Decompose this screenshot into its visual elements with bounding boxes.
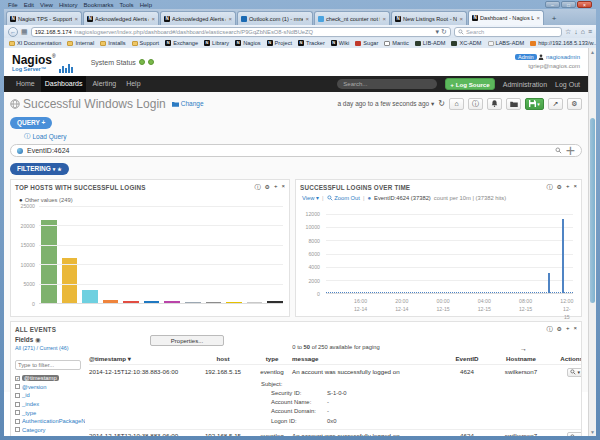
filtering-button[interactable]: FILTERING ▾ ★ <box>10 163 69 175</box>
view-link[interactable]: View ▾ <box>302 195 319 201</box>
status-ok-icon[interactable] <box>139 59 145 65</box>
scrollbar-thumb[interactable] <box>590 118 595 303</box>
bar-host-1[interactable] <box>41 220 57 303</box>
bar-host-9[interactable] <box>206 302 222 303</box>
bookmark-item[interactable]: Sugar <box>355 40 378 46</box>
panel-info-icon[interactable]: ⓘ <box>255 183 261 192</box>
browser-tab[interactable]: NAcknowledged Alerts & Is...× <box>83 11 159 25</box>
menu-icon[interactable]: ≡ <box>588 28 592 35</box>
bookmark-item[interactable]: XC-ADM <box>451 40 481 46</box>
field-item[interactable]: Category <box>15 426 85 435</box>
bookmark-star-icon[interactable]: ☆ <box>565 28 571 35</box>
column-header-message[interactable]: message <box>292 355 442 362</box>
bar-host-7[interactable] <box>164 301 180 303</box>
tab-close-icon[interactable]: × <box>151 16 155 22</box>
bar-host-12[interactable] <box>267 301 283 303</box>
new-tab-button[interactable]: + <box>547 13 561 25</box>
browser-search-box[interactable]: Search <box>454 27 562 37</box>
table-row[interactable]: 2014-12-15T12:10:38.883-06:00192.168.5.1… <box>89 364 582 379</box>
panel-info-icon[interactable]: ⓘ <box>547 325 553 334</box>
bar-host-8[interactable] <box>185 302 201 303</box>
time-range-selector[interactable]: a day ago to a few seconds ago ▾ <box>337 100 434 108</box>
maximize-button[interactable]: □ <box>561 1 576 8</box>
bookmark-item[interactable]: NTracker <box>298 40 325 46</box>
field-checkbox[interactable] <box>15 402 20 407</box>
change-dashboard-link[interactable]: Change <box>172 100 204 107</box>
nav-administration[interactable]: Administration <box>503 81 547 88</box>
all-current-links[interactable]: All (271) / Current (46) <box>15 345 85 351</box>
nav-item-home[interactable]: Home <box>12 76 39 92</box>
panel-move-icon[interactable]: + <box>566 183 570 192</box>
fields-toggle-icon[interactable]: ◉ <box>35 336 41 343</box>
alerts-bell-button[interactable] <box>487 98 502 110</box>
app-search-input[interactable]: Search... <box>337 79 437 89</box>
nagios-logo[interactable]: Nagios® Log Server™ <box>12 51 73 73</box>
panel-move-icon[interactable]: + <box>274 183 278 192</box>
share-dashboard-button[interactable]: ↗ <box>548 98 563 110</box>
search-icon[interactable] <box>555 147 562 154</box>
log-source-button[interactable]: + Log Source <box>445 78 494 90</box>
bookmark-item[interactable]: NWiki <box>331 40 350 46</box>
table-row[interactable]: 2014-12-15T12:10:38.883-06:00192.168.5.1… <box>89 429 582 436</box>
panel-move-icon[interactable]: + <box>566 325 570 334</box>
bar-host-5[interactable] <box>123 301 139 303</box>
field-checkbox[interactable] <box>15 427 20 432</box>
column-header-type[interactable]: type <box>252 355 292 362</box>
query-input[interactable]: EventID:4624 + <box>10 144 582 157</box>
panel-close-icon[interactable]: × <box>281 183 285 192</box>
field-checkbox[interactable] <box>15 419 20 424</box>
field-item[interactable]: ✓@timestamp <box>15 374 85 383</box>
nav-logout[interactable]: Log Out <box>555 81 580 88</box>
field-item[interactable]: _id <box>15 391 85 400</box>
column-header-actions[interactable]: Actions <box>550 355 582 362</box>
dashboard-settings-button[interactable]: ⚙ <box>567 98 582 110</box>
load-dashboard-button[interactable] <box>506 98 521 110</box>
menu-item[interactable]: View <box>40 2 53 8</box>
nav-item-alerting[interactable]: Alerting <box>88 76 120 92</box>
back-button[interactable]: ← <box>8 27 18 37</box>
status-ok-icon[interactable] <box>148 59 154 65</box>
menu-item[interactable]: Edit <box>24 2 34 8</box>
page-scrollbar[interactable]: ▲ ▼ <box>588 48 596 436</box>
bar-chart-legend[interactable]: ● Other values (249) <box>19 197 289 203</box>
paging-next-icon[interactable]: → <box>520 345 527 352</box>
home-icon[interactable]: ⌂ <box>581 28 585 35</box>
tab-close-icon[interactable]: × <box>459 16 463 22</box>
zoom-out-link[interactable]: Zoom Out <box>327 195 360 201</box>
bookmark-item[interactable]: Mantic <box>384 40 408 46</box>
row-actions-button[interactable]: ▾ <box>567 432 582 436</box>
menu-item[interactable]: Help <box>140 2 152 8</box>
bar-host-10[interactable] <box>226 302 242 303</box>
scroll-down-icon[interactable]: ▼ <box>589 428 596 436</box>
panel-close-icon[interactable]: × <box>573 183 577 192</box>
save-caret-icon[interactable]: ▾ <box>537 101 540 107</box>
username-link[interactable]: nagiosadmin <box>546 54 580 60</box>
column-header-hostname[interactable]: Hostname <box>492 355 550 362</box>
scroll-up-icon[interactable]: ▲ <box>589 48 596 56</box>
column-header-host[interactable]: host <box>194 355 252 362</box>
menu-item[interactable]: Bookmarks <box>84 2 114 8</box>
url-bar[interactable]: 192.168.5.174/nagioslogserver/index.php/… <box>31 27 451 37</box>
series-spike-1[interactable] <box>548 273 550 293</box>
bar-host-6[interactable] <box>144 301 160 303</box>
tab-close-icon[interactable]: × <box>228 16 232 22</box>
series-name[interactable]: EventID:4624 (37382) <box>374 195 431 201</box>
tab-close-icon[interactable]: × <box>305 16 309 22</box>
column-header-eventid[interactable]: EventID <box>442 355 492 362</box>
field-checkbox[interactable] <box>15 410 20 415</box>
browser-tab[interactable]: NDashboard - Nagios Log S...× <box>468 10 544 25</box>
menu-item[interactable]: Tools <box>120 2 134 8</box>
bar-host-4[interactable] <box>103 300 119 303</box>
url-dropdown-icon[interactable]: ▾ <box>436 28 440 35</box>
field-checkbox[interactable] <box>15 384 20 389</box>
query-color-dot[interactable] <box>17 148 23 154</box>
reload-icon[interactable]: ↻ <box>441 28 447 35</box>
browser-tab[interactable]: NNagios TPS - Support Des...× <box>6 11 82 25</box>
field-item[interactable]: _index <box>15 400 85 409</box>
dashboard-info-button[interactable]: ⓘ <box>468 98 483 110</box>
panel-close-icon[interactable]: × <box>573 325 577 334</box>
bookmark-item[interactable]: Internal <box>67 40 94 46</box>
close-button[interactable]: × <box>577 1 592 8</box>
field-item[interactable]: AuthenticationPackageName <box>15 417 85 426</box>
panel-info-icon[interactable]: ⓘ <box>547 183 553 192</box>
